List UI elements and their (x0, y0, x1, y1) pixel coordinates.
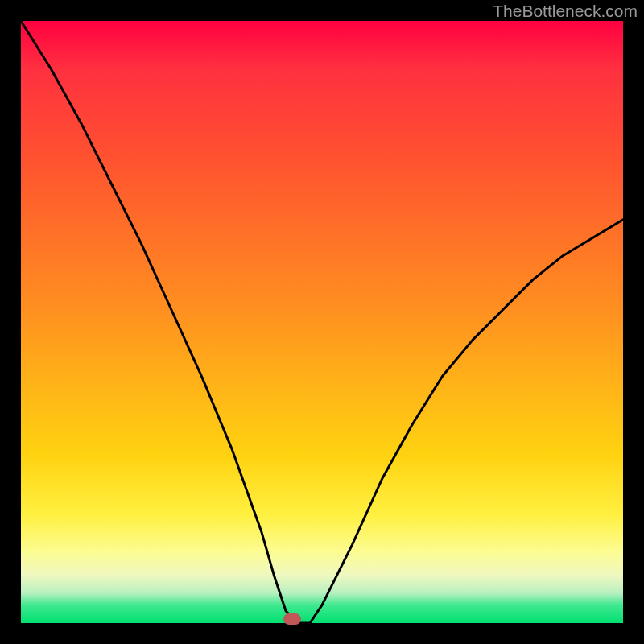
watermark-text: TheBottleneck.com (493, 2, 638, 21)
bottleneck-curve (21, 21, 623, 623)
plot-area (21, 21, 623, 623)
optimum-marker (283, 613, 301, 625)
chart-frame: TheBottleneck.com (0, 0, 644, 644)
curve-svg (21, 21, 623, 623)
